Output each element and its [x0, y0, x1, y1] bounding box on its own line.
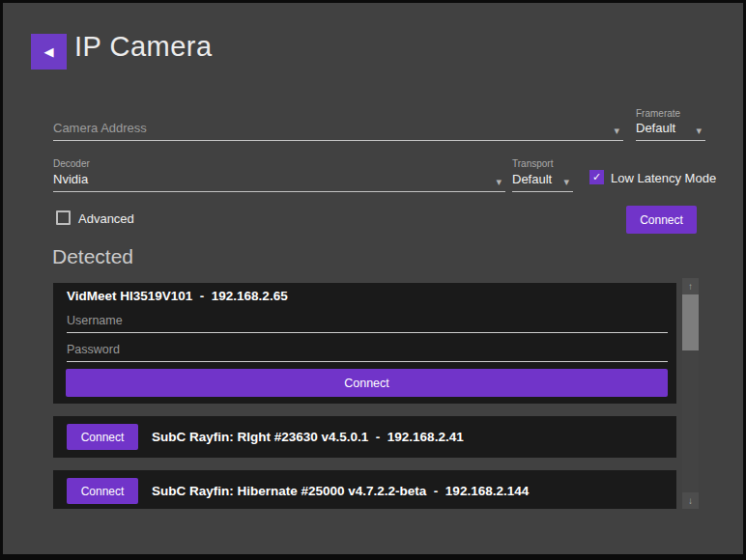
scroll-down-button[interactable]: ↓ [682, 492, 699, 509]
advanced-label[interactable]: Advanced [78, 211, 134, 226]
device-title: SubC Rayfin: Hibernate #25000 v4.7.2.2-b… [152, 484, 529, 498]
framerate-value: Default [636, 121, 675, 135]
decoder-value: Nvidia [53, 172, 88, 186]
username-field[interactable]: Username [67, 307, 668, 333]
username-placeholder: Username [67, 314, 123, 327]
low-latency-checkbox[interactable]: ✓ [589, 170, 604, 184]
connect-button[interactable]: Connect [626, 206, 697, 234]
device-card-vidmeet: VidMeet HI3519V101 - 192.168.2.65 Userna… [53, 283, 676, 404]
password-placeholder: Password [67, 343, 120, 356]
camera-address-combobox[interactable]: Camera Address ▾ [53, 107, 623, 141]
back-arrow-icon: ◀ [44, 45, 54, 58]
device-card-rayfin-right: Connect SubC Rayfin: RIght #23630 v4.5.0… [53, 416, 676, 458]
advanced-checkbox[interactable] [56, 210, 71, 225]
device-title: SubC Rayfin: RIght #23630 v4.5.0.1 - 192… [152, 430, 464, 444]
device-connect-button[interactable]: Connect [66, 369, 668, 397]
device-card-rayfin-hibernate: Connect SubC Rayfin: Hibernate #25000 v4… [53, 470, 676, 509]
camera-address-placeholder: Camera Address [53, 121, 147, 135]
framerate-select[interactable]: Default ▾ [636, 118, 705, 141]
checkmark-icon: ✓ [592, 172, 601, 182]
scroll-up-button[interactable]: ↑ [682, 278, 699, 294]
device-title: VidMeet HI3519V101 - 192.168.2.65 [67, 289, 288, 303]
scrollbar-thumb[interactable] [682, 294, 699, 350]
device-connect-button[interactable]: Connect [67, 424, 138, 450]
chevron-down-icon[interactable]: ▾ [614, 126, 619, 136]
decoder-select[interactable]: Nvidia ▾ [53, 168, 505, 192]
chevron-down-icon[interactable]: ▾ [496, 177, 502, 187]
detected-heading: Detected [52, 245, 133, 268]
list-scrollbar[interactable]: ↑ ↓ [682, 278, 699, 509]
back-button[interactable]: ◀ [31, 34, 67, 70]
detected-device-list: VidMeet HI3519V101 - 192.168.2.65 Userna… [53, 278, 676, 509]
chevron-down-icon[interactable]: ▾ [563, 177, 569, 187]
device-connect-button[interactable]: Connect [67, 478, 138, 504]
chevron-down-icon[interactable]: ▾ [696, 126, 702, 136]
arrow-up-icon: ↑ [688, 281, 693, 292]
low-latency-label[interactable]: Low Latency Mode [611, 171, 716, 185]
arrow-down-icon: ↓ [688, 495, 693, 506]
page-title: IP Camera [74, 31, 213, 63]
transport-select[interactable]: Default ▾ [512, 168, 573, 192]
transport-value: Default [512, 172, 552, 186]
ip-camera-window: ◀ IP Camera Camera Address ▾ Framerate D… [0, 0, 746, 560]
password-field[interactable]: Password [67, 336, 668, 362]
